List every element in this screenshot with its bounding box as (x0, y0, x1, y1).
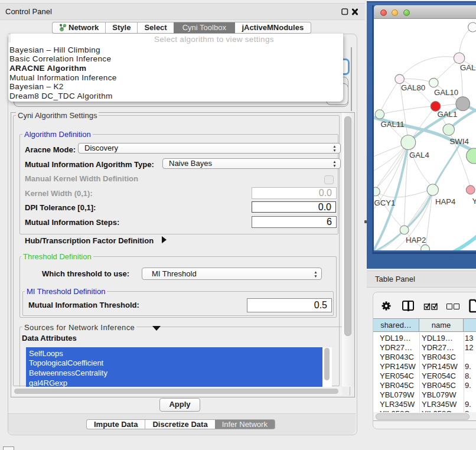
svg-text:HAP4: HAP4 (435, 197, 455, 206)
svg-text:HAP2: HAP2 (406, 236, 426, 244)
svg-text:SWI4: SWI4 (450, 137, 469, 146)
svg-text:GAL80: GAL80 (401, 83, 425, 92)
svg-text:GAL4: GAL4 (409, 151, 429, 159)
svg-text:GCY1: GCY1 (374, 198, 396, 207)
svg-text:Y: Y (472, 197, 476, 206)
svg-text:GAL10: GAL10 (434, 88, 458, 97)
svg-text:GAL7: GAL7 (460, 63, 476, 72)
svg-text:GAL11: GAL11 (381, 120, 405, 129)
svg-text:GAL1: GAL1 (438, 110, 458, 119)
